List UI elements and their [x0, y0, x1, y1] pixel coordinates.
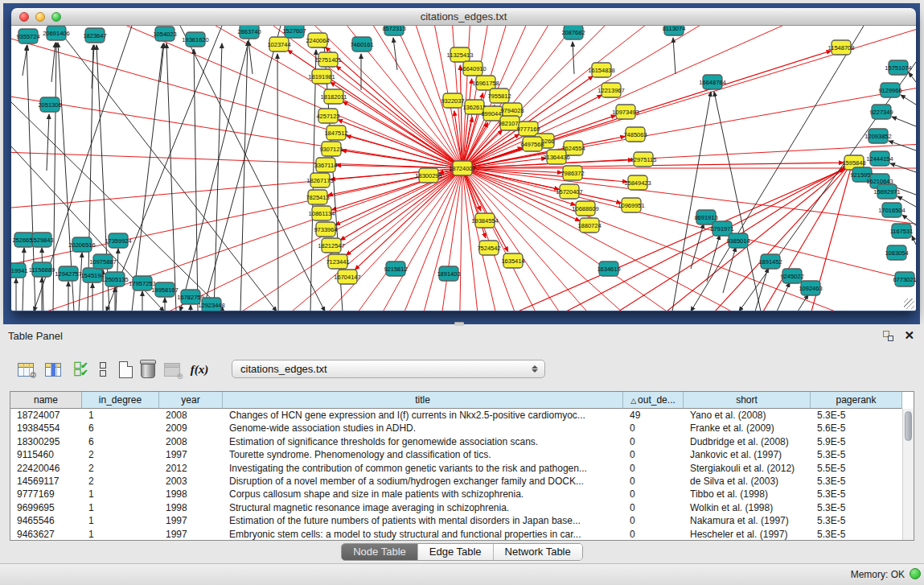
graph-node[interactable]: 1167531 [890, 224, 914, 238]
graph-node[interactable]: 9227349 [869, 105, 893, 119]
graph-node[interactable]: 12444154 [866, 151, 893, 166]
graph-node[interactable]: 11325413 [447, 47, 474, 62]
graph-node[interactable]: 4257123 [316, 109, 339, 123]
float-panel-icon[interactable] [883, 331, 893, 341]
graph-node[interactable]: 1847512 [324, 126, 347, 140]
graph-node[interactable]: 16154838 [588, 63, 614, 77]
function-builder-button[interactable]: f(x) [188, 358, 211, 381]
column-visibility-button[interactable] [42, 358, 64, 381]
network-window-titlebar[interactable]: citations_edges.txt [11, 8, 916, 26]
vertical-scrollbar[interactable] [902, 409, 914, 540]
graph-node[interactable]: 7955812 [487, 89, 511, 103]
graph-node[interactable]: 10861134 [309, 206, 335, 220]
graph-node[interactable]: 15751074 [885, 60, 911, 75]
table-source-select[interactable]: citations_edges.txt [232, 360, 545, 378]
graph-node[interactable]: 1529843 [30, 233, 53, 247]
column-header-pagerank[interactable]: pagerank [811, 392, 902, 409]
graph-node[interactable]: 1023744 [267, 37, 290, 51]
graph-node[interactable]: 1635414 [501, 253, 524, 268]
graph-node[interactable]: 9245022 [780, 269, 803, 283]
table-row[interactable]: 969969511998Structural magnetic resonanc… [10, 501, 914, 514]
graph-node[interactable]: 18191981 [308, 69, 335, 84]
graph-node[interactable]: 10969951 [618, 198, 644, 212]
column-header-out_de[interactable]: △out_de... [623, 392, 684, 409]
table-row[interactable]: 946362711997Embryonic stem cells: a mode… [10, 528, 914, 540]
table-row[interactable]: 977716911998Corpus callosum shape and si… [10, 488, 914, 501]
network-canvas[interactable]: 1872400718300295193845541132541316640910… [11, 26, 916, 311]
graph-node[interactable]: 15720407 [556, 184, 582, 199]
scrollbar-thumb[interactable] [905, 411, 912, 441]
graph-node[interactable]: 6497568 [520, 137, 544, 151]
graph-node[interactable]: 9794028 [500, 103, 524, 117]
graph-node[interactable]: 7524542 [477, 241, 500, 255]
table-row[interactable]: 1938455462009Genome-wide association stu… [10, 422, 914, 435]
graph-node[interactable]: 16704147 [334, 270, 360, 284]
graph-node[interactable]: 12975115 [630, 152, 657, 167]
graph-node[interactable]: 6773021 [893, 272, 916, 286]
column-header-in_degree[interactable]: in_degree [82, 392, 159, 409]
table-row[interactable]: 1456911722003Disruption of a novel membe… [10, 475, 914, 488]
graph-node[interactable]: 3919941 [11, 263, 28, 278]
table-row[interactable]: 1830029562008Estimation of significance … [10, 435, 914, 448]
table-row[interactable]: 946554611997Estimation of the future num… [10, 514, 914, 527]
graph-node[interactable]: 18212547 [318, 238, 344, 253]
window-resize-grip[interactable] [904, 299, 914, 309]
close-panel-icon[interactable]: ✕ [904, 328, 914, 343]
graph-node[interactable]: 1891403 [437, 266, 460, 281]
column-header-short[interactable]: short [684, 392, 811, 409]
delete-column-button[interactable] [137, 358, 159, 381]
graph-node[interactable]: 15849423 [624, 175, 651, 190]
graph-node[interactable]: 7986372 [561, 166, 584, 180]
graph-node[interactable]: 7123441 [326, 254, 349, 269]
graph-node[interactable]: 9355724 [16, 29, 39, 43]
graph-node[interactable]: 9215812 [384, 262, 407, 276]
delete-table-button[interactable]: ⊗ [161, 358, 183, 381]
graph-node[interactable]: 10688609 [572, 201, 598, 216]
graph-node[interactable]: 9307121 [319, 142, 343, 156]
graph-node[interactable]: 12213967 [598, 83, 624, 97]
graph-node[interactable]: 18182011 [321, 89, 347, 104]
column-header-name[interactable]: name [10, 392, 82, 409]
graph-node[interactable]: 12923448 [198, 298, 224, 311]
graph-node[interactable]: 7460161 [350, 37, 373, 51]
graph-node[interactable]: 18724007 [449, 161, 475, 175]
graph-node[interactable]: 7825413 [306, 190, 329, 204]
graph-node[interactable]: 12751401 [314, 52, 341, 67]
tab-node-table[interactable]: Node Table [342, 544, 418, 560]
graph-node[interactable]: 9129966 [878, 83, 901, 97]
table-row[interactable]: 911546021997Tourette syndrome. Phenomeno… [10, 448, 914, 461]
graph-node[interactable]: 9385014 [726, 233, 749, 248]
graph-node[interactable]: 1545194 [80, 268, 104, 282]
select-all-button[interactable]: ☐✔☐✔ [69, 358, 92, 381]
graph-node[interactable]: 1634619 [597, 262, 620, 276]
graph-node[interactable]: 1891452 [758, 254, 782, 269]
tab-network-table[interactable]: Network Table [494, 544, 582, 560]
graph-node[interactable]: 19384554 [471, 213, 498, 228]
deselect-all-button[interactable] [92, 358, 114, 381]
graph-node[interactable]: 1092463 [799, 281, 822, 295]
column-header-title[interactable]: title [223, 392, 623, 409]
graph-node[interactable]: 20206516 [68, 237, 95, 252]
graph-node[interactable]: 18300295 [415, 168, 441, 183]
graph-node[interactable]: 8572313 [382, 26, 405, 35]
graph-node[interactable]: 1823647 [83, 28, 106, 43]
graph-node[interactable]: 11156889 [29, 262, 55, 277]
graph-node[interactable]: 2051306 [38, 97, 61, 112]
graph-node[interactable]: 10973493 [612, 105, 639, 119]
graph-node[interactable]: 9733964 [314, 222, 337, 237]
graph-node[interactable]: 17359924 [105, 233, 131, 248]
graph-node[interactable]: 16961758 [472, 76, 499, 90]
graph-node[interactable]: 18267173 [306, 173, 333, 187]
graph-node[interactable]: 12942757 [55, 266, 81, 281]
table-settings-button[interactable]: ⚙ [14, 358, 37, 381]
new-table-button[interactable] [114, 358, 137, 381]
graph-node[interactable]: 12505135 [101, 272, 128, 286]
graph-node[interactable]: 12093852 [864, 129, 891, 143]
graph-node[interactable]: 17016504 [878, 203, 905, 217]
graph-node[interactable]: 3367114 [314, 158, 338, 172]
graph-node[interactable]: 20691406 [43, 26, 69, 40]
column-header-year[interactable]: year [159, 392, 223, 409]
graph-node[interactable]: 10975887 [89, 254, 116, 269]
graph-node[interactable]: 1083054 [885, 245, 908, 260]
graph-node[interactable]: 15692971 [873, 184, 900, 199]
